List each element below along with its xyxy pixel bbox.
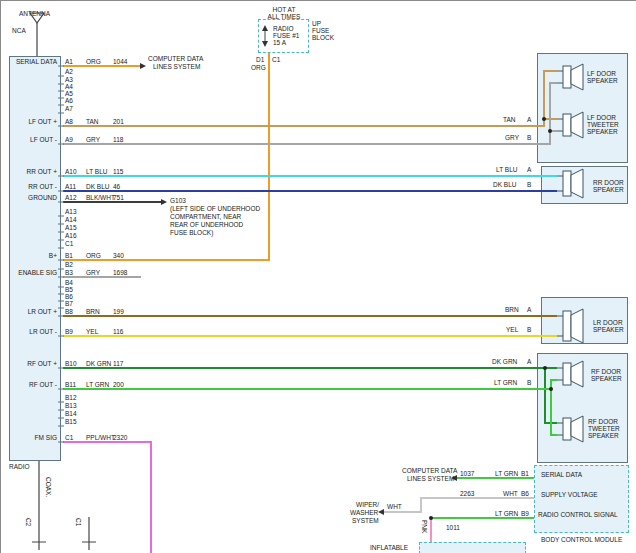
circuit-number: 1044 (113, 58, 127, 65)
rf-plus-terminal: A (527, 358, 531, 365)
lf-minus-terminal: B (527, 134, 531, 141)
bcm-title: BODY CONTROL MODULE (541, 536, 622, 543)
bcm-label-supply: SUPPLY VOLTAGE (541, 491, 598, 498)
rr-minus-terminal: B (527, 181, 531, 188)
radio-pin-B13: B13 (65, 402, 77, 409)
computer-data-top-1: COMPUTER DATA (148, 55, 203, 62)
antenna-label: ANTENNA (19, 10, 50, 17)
lf-minus-wire (63, 83, 557, 144)
bcm-supply-pin: B6 (521, 490, 529, 497)
lr-speaker-label-1: LR DOOR (593, 319, 623, 326)
fuse-pin-c1: C1 (272, 56, 280, 63)
radio-pin-B14: B14 (65, 410, 77, 417)
rr-speaker-label-2: SPEAKER (593, 186, 624, 193)
nca-label: NCA (12, 27, 26, 34)
g103-desc-2: COMPARTMENT, NEAR (170, 213, 241, 220)
rf-door-tweeter-icon-cone (571, 416, 583, 442)
lf-tweeter-label-3: SPEAKER (587, 128, 618, 135)
wiper-washer-1: WIPER/ (356, 501, 379, 508)
radio-pin-B9: B9 (65, 328, 73, 335)
circuit-number: 115 (113, 168, 123, 175)
radio-pin-B10: B10 (65, 360, 77, 367)
lf-plus-color: TAN (503, 116, 516, 123)
junction-dot (549, 387, 553, 391)
circuit-number: 117 (113, 360, 123, 367)
coax-connector-label: C2 (25, 518, 32, 526)
pin-function-label: GROUND (7, 194, 57, 201)
radio-pin-B6: B6 (65, 293, 73, 300)
radio-pin-A5: A5 (65, 90, 73, 97)
rf-minus-color: LT GRN (494, 379, 517, 386)
radio-pin-A9: A9 (65, 136, 73, 143)
inflatable-label: INFLATABLE (370, 544, 408, 551)
radio-pin-B4: B4 (65, 279, 73, 286)
radio-pin-A14: A14 (65, 216, 77, 223)
circuit-number: 751 (113, 194, 124, 201)
wire-color-label: BRN (86, 308, 100, 315)
rf-door-speaker-icon (563, 363, 571, 385)
hot-at-line1: HOT AT (273, 6, 296, 13)
junction-dot (548, 129, 552, 133)
wire-color-label: DK GRN (86, 360, 111, 367)
radio-pin-B11: B11 (65, 381, 76, 388)
radio-pin-A7: A7 (65, 105, 73, 112)
lf-door-speaker-icon-cone (571, 64, 583, 90)
bcm-label-ctl: RADIO CONTROL SIGNAL (538, 511, 618, 518)
hot-at-line2: ALL TIMES (268, 13, 301, 20)
junction-dot (542, 117, 546, 121)
rr-minus-color: DK BLU (493, 181, 516, 188)
pin-function-label: RF OUT + (7, 360, 57, 367)
circuit-number: 46 (113, 183, 120, 190)
rf-door-speaker-icon-cone (571, 361, 583, 387)
radio-pin-A15: A15 (65, 224, 77, 231)
lf-plus-wire (63, 71, 557, 126)
radio-pin-A13: A13 (65, 208, 77, 215)
radio-pin-B5: B5 (65, 286, 73, 293)
bcm-label-serial: SERIAL DATA (541, 471, 582, 478)
rr-plus-color: LT BLU (496, 166, 517, 173)
computer-data-bcm-2: LINES SYSTEM (407, 475, 454, 482)
radio-pin-A6: A6 (65, 97, 73, 104)
fuse-block-label-2: BLOCK (312, 34, 334, 41)
circuit-number: 199 (113, 308, 124, 315)
radio-pin-C1: C1 (65, 240, 73, 247)
rf-plus-color: DK GRN (492, 358, 517, 365)
lf-tweeter-label-1: LF DOOR (587, 114, 616, 121)
bcm-serial-color: LT GRN (495, 470, 518, 477)
rf-speaker-label-2: SPEAKER (591, 375, 622, 382)
fuse-block-label-1: FUSE (312, 27, 329, 34)
to-computer-data-arrow (140, 63, 146, 69)
wire-color-label: LT GRN (86, 381, 109, 388)
radio-pin-A10: A10 (65, 168, 77, 175)
radio-pin-B15: B15 (65, 418, 77, 425)
rf-tweeter-label-3: SPEAKER (588, 432, 619, 439)
fuse-name-2: FUSE #1 (273, 32, 299, 39)
pin-function-label: LF OUT + (7, 118, 57, 125)
coax-label: COAX. (45, 477, 52, 497)
radio-pin-B1: B1 (65, 252, 73, 259)
lr-door-speaker-icon (563, 311, 571, 341)
radio-pin-B12: B12 (65, 394, 77, 401)
lr-minus-color: YEL (506, 326, 518, 333)
to-wiper-washer-arrow (378, 509, 384, 515)
circuit-number: 2320 (113, 434, 127, 441)
circuit-number: 1698 (113, 269, 127, 276)
bcm-supply-circuit: 2263 (460, 490, 474, 497)
wire-color-label: LT BLU (86, 168, 107, 175)
battery-feed-wire (63, 53, 269, 260)
radio-wiring-diagram: A1ORG1044SERIAL DATAA2A3A4A5A6A7A8TAN201… (0, 0, 636, 553)
to-g103-arrow (161, 199, 167, 205)
pin-function-label: FM SIG (7, 434, 57, 441)
pin-function-label: B+ (7, 252, 57, 259)
wire-color-label: BLK/WHT (86, 194, 115, 201)
wire-color-label: GRY (86, 269, 100, 276)
radio-pin-A4: A4 (65, 83, 73, 90)
fuse-pin-d1: D1 (256, 56, 264, 63)
computer-data-top-2: LINES SYSTEM (153, 63, 200, 70)
rf-minus-wire (63, 380, 557, 389)
radio-pin-B3: B3 (65, 269, 73, 276)
pin-function-label: LR OUT - (7, 328, 57, 335)
radio-pin-A2: A2 (65, 68, 73, 75)
lr-speaker-label-2: SPEAKER (593, 326, 624, 333)
fuse-terminal-up (262, 25, 268, 31)
